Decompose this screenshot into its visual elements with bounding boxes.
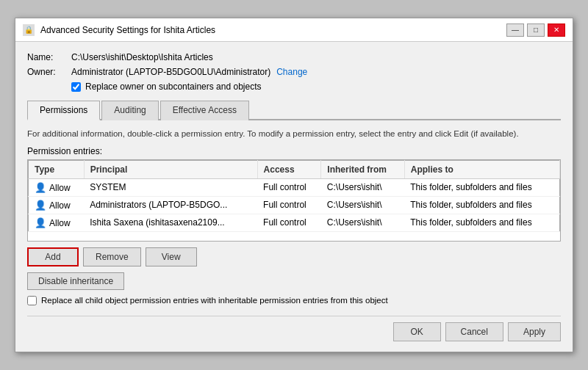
permissions-table: Type Principal Access Inherited from App… — [28, 160, 560, 232]
cell-col-4: This folder, subfolders and files — [404, 178, 559, 196]
user-icon: 👤 — [35, 217, 46, 228]
user-icon: 👤 — [35, 200, 46, 211]
tab-effective-access[interactable]: Effective Access — [160, 101, 249, 120]
main-window: 🔒 Advanced Security Settings for Ishita … — [15, 18, 573, 352]
replace-child-row: Replace all child object permission entr… — [27, 296, 561, 305]
owner-row: Owner: Administrator (LAPTOP-B5DGO0LU\Ad… — [27, 67, 561, 77]
user-icon: 👤 — [35, 182, 46, 193]
col-type: Type — [29, 160, 85, 178]
owner-label: Owner: — [27, 67, 71, 77]
replace-child-label: Replace all child object permission entr… — [41, 296, 388, 305]
cell-col-1: Ishita Saxena (ishitasaxena2109... — [84, 214, 257, 231]
description-text: For additional information, double-click… — [27, 128, 561, 139]
cell-col-4: This folder, subfolders and files — [404, 196, 559, 214]
window-title: Advanced Security Settings for Ishita Ar… — [40, 25, 215, 35]
cell-col-2: Full control — [257, 178, 321, 196]
cell-col-3: C:\Users\ishit\ — [321, 178, 404, 196]
apply-button[interactable]: Apply — [508, 322, 561, 341]
title-controls: — □ ✕ — [506, 23, 565, 37]
replace-child-checkbox[interactable] — [27, 296, 37, 305]
tab-auditing[interactable]: Auditing — [101, 101, 158, 120]
table-action-buttons: Add Remove View — [27, 247, 561, 266]
owner-value: Administrator (LAPTOP-B5DGO0LU\Administr… — [71, 67, 270, 77]
col-access: Access — [257, 160, 321, 178]
footer-buttons: OK Cancel Apply — [27, 316, 561, 341]
cell-type: 👤Allow — [29, 196, 85, 214]
permissions-table-container[interactable]: Type Principal Access Inherited from App… — [27, 159, 561, 242]
title-bar: 🔒 Advanced Security Settings for Ishita … — [15, 18, 573, 42]
cell-col-3: C:\Users\ishit\ — [321, 196, 404, 214]
table-row[interactable]: 👤AllowSYSTEMFull controlC:\Users\ishit\T… — [29, 178, 560, 196]
disable-inheritance-button[interactable]: Disable inheritance — [27, 272, 124, 290]
name-value: C:\Users\ishit\Desktop\Ishita Articles — [71, 52, 213, 62]
col-principal: Principal — [84, 160, 257, 178]
cell-col-4: This folder, subfolders and files — [404, 214, 559, 231]
table-row[interactable]: 👤AllowIshita Saxena (ishitasaxena2109...… — [29, 214, 560, 231]
col-inherited-from: Inherited from — [321, 160, 404, 178]
tab-bar: Permissions Auditing Effective Access — [27, 99, 561, 120]
replace-owner-checkbox[interactable] — [71, 82, 81, 92]
table-row[interactable]: 👤AllowAdministrators (LAPTOP-B5DGO...Ful… — [29, 196, 560, 214]
replace-owner-row: Replace owner on subcontainers and objec… — [71, 81, 561, 92]
window-icon: 🔒 — [23, 24, 35, 36]
cell-col-1: SYSTEM — [84, 178, 257, 196]
name-label: Name: — [27, 52, 71, 62]
minimize-button[interactable]: — — [506, 23, 524, 37]
title-bar-left: 🔒 Advanced Security Settings for Ishita … — [23, 24, 215, 36]
name-row: Name: C:\Users\ishit\Desktop\Ishita Arti… — [27, 52, 561, 62]
dialog-content: Name: C:\Users\ishit\Desktop\Ishita Arti… — [15, 42, 573, 351]
table-header-row: Type Principal Access Inherited from App… — [29, 160, 560, 178]
cell-type: 👤Allow — [29, 178, 85, 196]
tab-permissions[interactable]: Permissions — [27, 101, 100, 120]
cancel-button[interactable]: Cancel — [445, 322, 503, 341]
col-applies-to: Applies to — [404, 160, 559, 178]
remove-button[interactable]: Remove — [83, 247, 141, 266]
add-button[interactable]: Add — [27, 247, 79, 266]
cell-type: 👤Allow — [29, 214, 85, 231]
cell-col-2: Full control — [257, 214, 321, 231]
replace-owner-label: Replace owner on subcontainers and objec… — [85, 81, 261, 92]
close-button[interactable]: ✕ — [548, 23, 565, 37]
maximize-button[interactable]: □ — [527, 23, 545, 37]
change-link[interactable]: Change — [276, 67, 307, 77]
cell-col-1: Administrators (LAPTOP-B5DGO... — [84, 196, 257, 214]
view-button[interactable]: View — [146, 247, 197, 266]
disable-inheritance-row: Disable inheritance — [27, 272, 561, 296]
cell-col-3: C:\Users\ishit\ — [321, 214, 404, 231]
cell-col-2: Full control — [257, 196, 321, 214]
ok-button[interactable]: OK — [393, 322, 441, 341]
permission-entries-label: Permission entries: — [27, 146, 561, 156]
